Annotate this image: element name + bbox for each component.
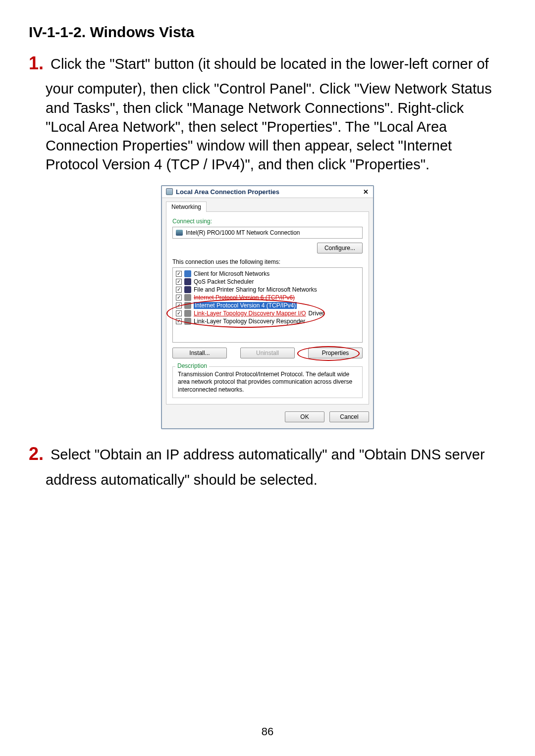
connection-items-list[interactable]: ✓ Client for Microsoft Networks ✓ QoS Pa… xyxy=(172,267,363,343)
adapter-field: Intel(R) PRO/1000 MT Network Connection xyxy=(172,227,363,239)
list-item-label-rest: Driver xyxy=(309,310,324,317)
step-1-text-line1: Click the "Start" button (it should be l… xyxy=(47,54,489,73)
close-icon[interactable]: ✕ xyxy=(362,188,369,195)
list-item-label: QoS Packet Scheduler xyxy=(194,278,254,285)
list-item-label-partial: Link-Layer Topology Discovery Mapper I/O xyxy=(194,310,306,317)
step-1: 1. Click the "Start" button (it should b… xyxy=(29,54,506,73)
qos-icon xyxy=(184,278,191,285)
list-item[interactable]: ✓ Link-Layer Topology Discovery Mapper I… xyxy=(176,309,359,317)
adapter-text: Intel(R) PRO/1000 MT Network Connection xyxy=(186,229,300,236)
items-label: This connection uses the following items… xyxy=(172,258,363,265)
list-item-label: Internet Protocol Version 4 (TCP/IPv4) xyxy=(194,302,297,309)
list-item-label: Client for Microsoft Networks xyxy=(194,270,269,277)
proto-icon xyxy=(184,318,191,325)
uninstall-button: Uninstall xyxy=(240,348,295,358)
description-legend: Description xyxy=(175,362,209,369)
list-item[interactable]: ✓ Internet Protocol Version 6 (TCP/IPv6) xyxy=(176,294,359,302)
description-text: Transmission Control Protocol/Internet P… xyxy=(178,371,357,394)
step-1-number: 1. xyxy=(29,54,44,72)
tab-strip: Networking xyxy=(162,198,373,211)
list-item[interactable]: ✓ Link-Layer Topology Discovery Responde… xyxy=(176,317,359,325)
cancel-button[interactable]: Cancel xyxy=(329,411,369,422)
ok-button[interactable]: OK xyxy=(285,411,324,422)
checkbox-icon[interactable]: ✓ xyxy=(176,310,182,316)
tab-networking[interactable]: Networking xyxy=(166,202,207,212)
section-heading: IV-1-1-2. Windows Vista xyxy=(29,24,506,41)
title-text: Local Area Connection Properties xyxy=(176,188,279,196)
share-icon xyxy=(184,286,191,293)
title-bar-text: Local Area Connection Properties xyxy=(166,188,279,196)
list-item[interactable]: ✓ Client for Microsoft Networks xyxy=(176,270,359,278)
list-item[interactable]: ✓ File and Printer Sharing for Microsoft… xyxy=(176,286,359,294)
properties-button[interactable]: Properties xyxy=(308,348,363,358)
checkbox-icon[interactable]: ✓ xyxy=(176,318,182,324)
proto-icon xyxy=(184,302,191,309)
checkbox-icon[interactable]: ✓ xyxy=(176,279,182,285)
description-box: Transmission Control Protocol/Internet P… xyxy=(172,366,363,399)
list-item-ipv4[interactable]: ✓ Internet Protocol Version 4 (TCP/IPv4) xyxy=(176,302,359,309)
proto-icon xyxy=(184,310,191,317)
connect-using-label: Connect using: xyxy=(172,218,363,225)
step-2-text-cont: address automatically" should be selecte… xyxy=(29,470,506,489)
checkbox-icon[interactable]: ✓ xyxy=(176,302,182,308)
properties-dialog: Local Area Connection Properties ✕ Netwo… xyxy=(161,185,374,430)
checkbox-icon[interactable]: ✓ xyxy=(176,295,182,301)
checkbox-icon[interactable]: ✓ xyxy=(176,287,182,293)
dialog-screenshot: Local Area Connection Properties ✕ Netwo… xyxy=(29,185,506,430)
install-button[interactable]: Install... xyxy=(172,348,227,358)
client-icon xyxy=(184,270,191,277)
proto-icon xyxy=(184,294,191,301)
configure-button[interactable]: Configure... xyxy=(317,243,363,253)
checkbox-icon[interactable]: ✓ xyxy=(176,271,182,277)
list-item-label: Internet Protocol Version 6 (TCP/IPv6) xyxy=(194,294,295,301)
step-2-text-line1: Select "Obtain an IP address automatical… xyxy=(47,445,485,464)
dialog-buttons: OK Cancel xyxy=(162,404,373,428)
tab-content: Connect using: Intel(R) PRO/1000 MT Netw… xyxy=(166,211,369,405)
step-2-number: 2. xyxy=(29,445,44,463)
list-item-label: File and Printer Sharing for Microsoft N… xyxy=(194,286,317,293)
list-item-label: Link-Layer Topology Discovery Responder xyxy=(194,318,305,325)
step-1-text-cont: your computer), then click "Control Pane… xyxy=(29,79,506,174)
adapter-icon xyxy=(176,230,183,236)
step-2: 2. Select "Obtain an IP address automati… xyxy=(29,445,506,464)
list-item[interactable]: ✓ QoS Packet Scheduler xyxy=(176,278,359,286)
window-icon xyxy=(166,188,173,195)
title-bar: Local Area Connection Properties ✕ xyxy=(162,186,373,198)
page-number: 86 xyxy=(0,725,535,738)
